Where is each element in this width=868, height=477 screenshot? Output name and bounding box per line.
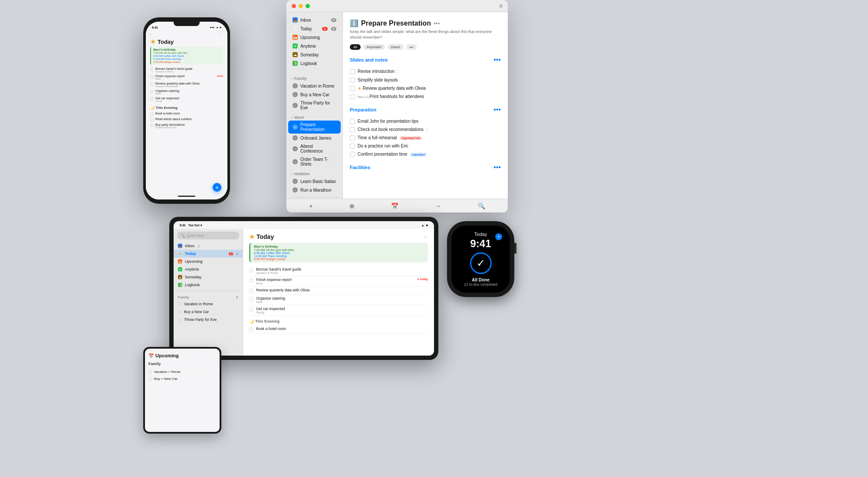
check-text: Check out book recommendations ⓘ — [358, 127, 501, 132]
detail-more-button[interactable]: ••• — [434, 20, 440, 27]
tag-more[interactable]: ••• — [406, 44, 417, 50]
maximize-button[interactable] — [306, 4, 310, 8]
ipad-sidebar-someday[interactable]: ☁ Someday — [174, 273, 243, 281]
checkbox — [350, 86, 355, 91]
phone-status-right: ●●● ▲ ■ — [210, 26, 221, 29]
back-button[interactable]: ‹ — [150, 33, 151, 36]
minimize-button[interactable] — [299, 4, 303, 8]
collapse-icon[interactable]: ✓ — [424, 234, 428, 240]
hobbies-collapse-icon[interactable]: ○ — [291, 172, 293, 176]
task-item-1[interactable]: Finish expense report Work today — [150, 74, 223, 81]
ipad-throw-party[interactable]: Throw Party for Eve — [174, 316, 243, 323]
slides-more-button[interactable]: ••• — [493, 56, 501, 64]
ipad-evening-task-0[interactable]: Book a hotel room — [249, 325, 428, 333]
check-item-simplify[interactable]: Simplify slide layouts — [350, 76, 501, 84]
ipad-sidebar-anytime[interactable]: ∞ Anytime — [174, 265, 243, 273]
task-text: Borrow Sarah's travel guide Vacation in … — [155, 67, 223, 73]
ipad-sidebar-inbox[interactable]: 📥 Inbox 2 — [174, 242, 243, 250]
tag-all[interactable]: All — [350, 44, 361, 50]
task-item-2[interactable]: Review quarterly data with Olivia Prepar… — [150, 81, 223, 88]
check-item-print[interactable]: Nov 13 Print handouts for attendees — [350, 92, 501, 101]
check-text: Time a full rehearsal Important hint — [358, 135, 501, 140]
family-collapse-icon[interactable]: ∨ — [236, 295, 238, 299]
arrow-button[interactable]: → — [431, 202, 444, 210]
evening-task-2[interactable]: Buy party decorations Throw Party for Ev… — [150, 122, 223, 130]
info-inline-icon: ⓘ — [396, 70, 399, 74]
star-icon: ★ — [358, 86, 362, 91]
family-collapse-icon[interactable]: ○ — [291, 76, 293, 81]
evening-task-0[interactable]: Book a hotel room — [150, 111, 223, 117]
sidebar-item-run-marathon[interactable]: ○ Run a Marathon — [288, 186, 341, 194]
checkbox — [350, 69, 355, 74]
tag-diane[interactable]: Diane — [388, 44, 404, 50]
sidebar-item-onboard-james[interactable]: ○ Onboard James — [288, 134, 341, 142]
ipad-sidebar-logbook[interactable]: 📗 Logbook — [174, 281, 243, 289]
ipad-search[interactable]: 🔍 Quick Find — [177, 232, 239, 239]
ipad-status-bar: 9:41 Tue Oct 4 ▲ ■ — [174, 221, 434, 229]
check-item-confirm[interactable]: Confirm presentation time Important — [350, 150, 501, 158]
task-item-4[interactable]: Get car inspected Family — [150, 96, 223, 103]
bottom-list-item-1[interactable]: Buy = New Car — [148, 376, 216, 382]
check-item-books[interactable]: Check out book recommendations ⓘ — [350, 125, 501, 134]
task-text: Review quarterly data with Olivia Prepar… — [155, 82, 223, 88]
ipad-task-3[interactable]: Organize catering Work — [249, 295, 428, 305]
ipad-task-1[interactable]: Finish expense report Work ● today — [249, 276, 428, 287]
add-checklist-button[interactable]: + — [306, 202, 316, 210]
check-item-rehearsal[interactable]: Time a full rehearsal Important hint — [350, 134, 501, 142]
preparation-more-button[interactable]: ••• — [493, 106, 501, 114]
ipad-vacation-rome[interactable]: Vacation in Rome — [174, 300, 243, 308]
list-icon: ○ — [293, 159, 298, 164]
check-item-revise[interactable]: Revise introduction ⓘ — [350, 67, 501, 75]
task-item-3[interactable]: Organize catering Work — [150, 88, 223, 96]
sidebar-item-inbox[interactable]: 📥 Inbox 2 — [288, 16, 341, 24]
checkbox — [350, 94, 355, 99]
search-button[interactable]: 🔍 — [474, 202, 489, 210]
link-button[interactable]: ⊕ — [346, 202, 358, 210]
add-task-fab[interactable]: + — [213, 183, 221, 192]
tag-important[interactable]: Important — [363, 44, 385, 50]
task-text: Organize catering Work — [256, 296, 428, 304]
work-collapse-icon[interactable]: ○ — [291, 115, 293, 120]
sidebar-item-attend-conference[interactable]: ○ Attend Conference — [288, 142, 341, 155]
evening-task-1[interactable]: Read article about nutrition — [150, 117, 223, 122]
sidebar-item-logbook[interactable]: 📗 Logbook — [288, 59, 341, 68]
task-circle — [249, 278, 253, 283]
ipad-sidebar-upcoming[interactable]: 📅 Upcoming — [174, 258, 243, 265]
calendar-button[interactable]: 📅 — [388, 202, 402, 210]
sidebar-item-prepare-presentation[interactable]: ○ Prepare Presentation — [288, 121, 341, 134]
ipad-task-4[interactable]: Get car inspected Family — [249, 305, 428, 316]
sidebar-item-today[interactable]: ★ Today 1 8 — [288, 24, 341, 33]
watch-add-button[interactable]: + — [495, 233, 502, 240]
check-icon[interactable]: ✓ — [220, 32, 223, 36]
calendar-icon: 📅 — [148, 353, 154, 358]
task-item-0[interactable]: Borrow Sarah's travel guide Vacation in … — [150, 66, 223, 74]
facilities-more-button[interactable]: ••• — [493, 163, 501, 171]
facilities-title: Facilities — [350, 165, 370, 170]
check-item-review[interactable]: ★ Review quarterly data with Olivia — [350, 84, 501, 92]
bottom-list-item-0[interactable]: Vacation = Rome — [148, 369, 216, 376]
close-button[interactable] — [292, 4, 296, 8]
sidebar-item-someday[interactable]: ☁ Someday — [288, 50, 341, 59]
sidebar-item-vacation-rome[interactable]: ○ Vacation in Rome — [288, 82, 341, 90]
sidebar-item-anytime[interactable]: ∞ Anytime — [288, 42, 341, 50]
cal-item-0: 7:00 AM Hit the gym with Alex — [153, 52, 221, 54]
task-circle — [148, 377, 152, 381]
phone-body: 9:41 ●●● ▲ ■ ‹ ✓ ★ Today Marc's birthday — [143, 17, 230, 204]
ipad-task-0[interactable]: Borrow Sarah's travel guide Vacation in … — [249, 266, 428, 276]
preparation-section-header: Preparation ••• — [350, 106, 501, 114]
ipad-buy-car[interactable]: Buy a New Car — [174, 308, 243, 316]
slides-section: Slides and notes ••• Revise introduction… — [350, 56, 501, 101]
sidebar-item-upcoming[interactable]: 📅 Upcoming — [288, 33, 341, 42]
sidebar-item-throw-party[interactable]: ○ Throw Party for Eve — [288, 99, 341, 112]
sidebar-item-order-tshirts[interactable]: ○ Order Team T-Shirts — [288, 155, 341, 168]
sidebar-item-buy-new-car[interactable]: ○ Buy a New Car — [288, 90, 341, 99]
ipad-sidebar-today[interactable]: ★ Today 1 8 — [174, 250, 243, 258]
cal-item-3: 3:30 PM Budget review — [153, 61, 221, 63]
logbook-icon: 📗 — [293, 61, 298, 66]
sidebar-divider-2 — [291, 197, 338, 197]
check-item-email[interactable]: Email John for presentation tips — [350, 117, 501, 125]
ipad-task-2[interactable]: Review quarterly data with Olivia — [249, 287, 428, 295]
sidebar-item-learn-italian[interactable]: ○ Learn Basic Italian — [288, 177, 341, 186]
ipad-battery-icon: ■ — [426, 224, 428, 227]
check-item-practice[interactable]: Do a practice run with Eric — [350, 142, 501, 150]
